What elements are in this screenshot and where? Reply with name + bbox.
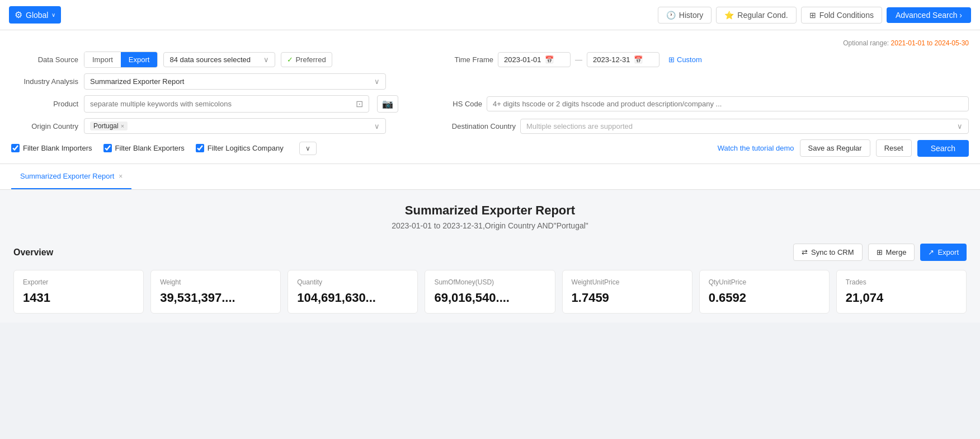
origin-country-tag: Portugal ×	[90, 122, 128, 130]
reset-button[interactable]: Reset	[876, 139, 912, 157]
data-sources-select[interactable]: 84 data sources selected ∨	[163, 52, 275, 67]
tutorial-link[interactable]: Watch the tutorial demo	[718, 144, 794, 152]
origin-country-label: Origin Country	[11, 122, 78, 130]
datasource-timeframe-row: Data Source Import Export 84 data source…	[11, 52, 969, 68]
stat-label-3: SumOfMoney(USD)	[434, 278, 545, 286]
calendar-from-icon: 📅	[545, 55, 554, 64]
stat-card-sumofmoneyusd: SumOfMoney(USD) 69,016,540....	[425, 270, 555, 314]
tabs-bar: Summarized Exporter Report ×	[0, 164, 980, 190]
date-to-value: 2023-12-31	[593, 55, 630, 64]
star-icon: ⭐	[724, 11, 734, 20]
sync-crm-label: Sync to CRM	[811, 248, 854, 256]
filter-blank-importers-checkbox[interactable]	[11, 144, 20, 152]
product-label: Product	[11, 100, 78, 108]
global-button[interactable]: ⚙ Global ∨	[9, 6, 61, 24]
camera-button[interactable]: 📷	[377, 95, 398, 113]
gear-icon: ⚙	[15, 10, 22, 20]
search-button[interactable]: Search	[917, 140, 969, 157]
filter-blank-exporters[interactable]: Filter Blank Exporters	[103, 144, 185, 152]
stat-label-0: Exporter	[23, 278, 134, 286]
optional-range-prefix: Optional range:	[843, 39, 889, 47]
hs-code-input[interactable]	[493, 100, 963, 108]
filter-actions: Watch the tutorial demo Save as Regular …	[718, 139, 969, 157]
destination-country-select[interactable]: Multiple selections are supported ∨	[520, 119, 969, 134]
report-area: Summarized Exporter Report 2023-01-01 to…	[0, 190, 980, 323]
date-to-input[interactable]: 2023-12-31 📅	[587, 52, 659, 67]
overview-title: Overview	[13, 247, 53, 258]
stat-value-5: 0.6592	[709, 291, 820, 305]
fold-conditions-button[interactable]: ⊞ Fold Conditions	[801, 7, 882, 24]
history-button[interactable]: 🕐 History	[658, 7, 712, 24]
filter-row: Filter Blank Importers Filter Blank Expo…	[11, 139, 969, 157]
stat-value-6: 21,074	[846, 291, 957, 305]
regular-cond-button[interactable]: ⭐ Regular Cond.	[716, 7, 796, 24]
product-input-container[interactable]: ⊡	[84, 95, 369, 113]
filter-logistics-checkbox[interactable]	[196, 144, 204, 152]
destination-country-label: Destination Country	[443, 122, 516, 130]
date-separator: —	[575, 55, 582, 64]
stat-value-1: 39,531,397....	[160, 291, 271, 305]
preferred-button[interactable]: ✓ Preferred	[281, 52, 332, 67]
custom-icon: ⊞	[668, 55, 675, 64]
stat-card-trades: Trades 21,074	[836, 270, 967, 314]
industry-select[interactable]: Summarized Exporter Report ∨	[84, 73, 386, 90]
stat-label-6: Trades	[846, 278, 957, 286]
import-button[interactable]: Import	[84, 52, 121, 67]
history-label: History	[679, 11, 704, 20]
data-sources-arrow: ∨	[263, 55, 269, 64]
export-icon: ↗	[928, 248, 934, 256]
stat-value-0: 1431	[23, 291, 134, 305]
product-input[interactable]	[90, 100, 352, 108]
tab-summarized-exporter[interactable]: Summarized Exporter Report ×	[11, 164, 131, 189]
data-source-label: Data Source	[11, 55, 78, 64]
global-label: Global	[26, 11, 48, 20]
stat-label-2: Quantity	[297, 278, 408, 286]
stat-label-5: QtyUnitPrice	[709, 278, 820, 286]
stat-value-2: 104,691,630...	[297, 291, 408, 305]
filter-blank-importers[interactable]: Filter Blank Importers	[11, 144, 92, 152]
stat-card-exporter: Exporter 1431	[13, 270, 144, 314]
industry-value: Summarized Exporter Report	[90, 77, 184, 86]
timeframe-label: Time Frame	[443, 55, 493, 64]
industry-arrow: ∨	[374, 77, 380, 86]
custom-label: Custom	[677, 55, 702, 64]
export-button[interactable]: ↗ Export	[920, 244, 967, 261]
tab-close-icon[interactable]: ×	[119, 172, 123, 180]
date-from-value: 2023-01-01	[504, 55, 541, 64]
filter-blank-exporters-checkbox[interactable]	[103, 144, 112, 152]
merge-button[interactable]: ⊞ Merge	[868, 244, 915, 261]
advanced-search-button[interactable]: Advanced Search ›	[887, 7, 971, 23]
regular-cond-label: Regular Cond.	[737, 11, 788, 20]
export-button[interactable]: Export	[121, 52, 158, 67]
overview-header: Overview ⇄ Sync to CRM ⊞ Merge ↗ Export	[13, 244, 967, 261]
origin-country-select[interactable]: Portugal × ∨	[84, 118, 386, 134]
filter-logistics-company[interactable]: Filter Logitics Company	[196, 144, 284, 152]
hs-code-input-container[interactable]	[487, 96, 969, 111]
stat-label-4: WeightUnitPrice	[572, 278, 683, 286]
save-regular-button[interactable]: Save as Regular	[800, 139, 870, 157]
camera-icon: 📷	[382, 99, 393, 109]
history-icon: 🕐	[666, 11, 676, 20]
stat-card-qtyunitprice: QtyUnitPrice 0.6592	[699, 270, 830, 314]
collapse-button[interactable]: ∨	[299, 142, 317, 155]
stat-value-4: 1.7459	[572, 291, 683, 305]
custom-button[interactable]: ⊞ Custom	[668, 55, 702, 64]
stat-card-weightunitprice: WeightUnitPrice 1.7459	[562, 270, 692, 314]
import-export-toggle: Import Export	[84, 52, 158, 68]
stat-card-weight: Weight 39,531,397....	[150, 270, 281, 314]
origin-country-remove[interactable]: ×	[121, 123, 124, 129]
country-row: Origin Country Portugal × ∨ Destination …	[11, 118, 969, 134]
report-title: Summarized Exporter Report	[13, 203, 967, 218]
top-bar: ⚙ Global ∨ 🕐 History ⭐ Regular Cond. ⊞ F…	[0, 0, 980, 30]
translate-icon[interactable]: ⊡	[356, 99, 363, 109]
chevron-down-icon: ∨	[51, 12, 55, 18]
industry-label: Industry Analysis	[11, 77, 78, 86]
overview-actions: ⇄ Sync to CRM ⊞ Merge ↗ Export	[793, 244, 967, 261]
destination-placeholder: Multiple selections are supported	[526, 122, 633, 130]
date-from-input[interactable]: 2023-01-01 📅	[498, 52, 571, 67]
sync-crm-button[interactable]: ⇄ Sync to CRM	[793, 244, 863, 261]
filter-blank-exporters-label: Filter Blank Exporters	[115, 144, 185, 152]
collapse-icon: ∨	[305, 144, 310, 152]
merge-label: Merge	[886, 248, 907, 256]
destination-arrow: ∨	[957, 122, 963, 130]
